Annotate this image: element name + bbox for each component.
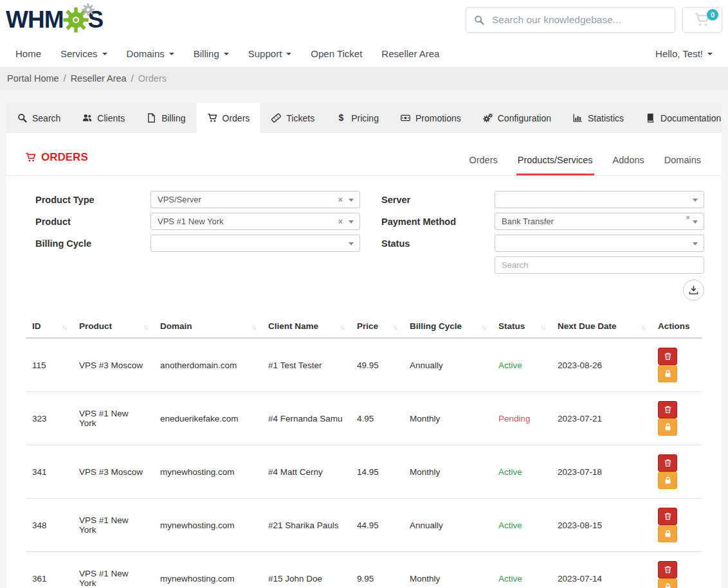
sort-icon[interactable]: ↑↓ bbox=[143, 323, 148, 331]
subtab-addons[interactable]: Addons bbox=[612, 155, 646, 175]
cell-domain: mynewhosting.com bbox=[154, 552, 262, 588]
delete-button[interactable] bbox=[658, 454, 677, 472]
filter-label: Product Type bbox=[35, 195, 150, 205]
tab-statistics[interactable]: Statistics bbox=[562, 103, 635, 133]
chevron-down-icon bbox=[349, 242, 354, 245]
breadcrumb: Portal Home/Reseller Area/Orders bbox=[0, 67, 728, 90]
account-menu[interactable]: Hello, Test! bbox=[646, 43, 722, 64]
lock-button[interactable] bbox=[658, 418, 677, 436]
file-icon bbox=[147, 113, 156, 123]
filter-select-product[interactable]: VPS #1 New York × bbox=[150, 213, 360, 230]
order-row: 323 VPS #1 New York eneduerikefake.com #… bbox=[26, 392, 702, 445]
cell-product: VPS #1 New York bbox=[73, 392, 154, 445]
cell-billing-cycle: Monthly bbox=[403, 445, 492, 499]
delete-button[interactable] bbox=[658, 401, 677, 418]
sort-icon[interactable]: ↑↓ bbox=[340, 323, 345, 331]
nav-item-open-ticket[interactable]: Open Ticket bbox=[301, 43, 372, 64]
sort-icon[interactable]: ↑↓ bbox=[251, 323, 256, 331]
column-header-id[interactable]: ID↑↓ bbox=[26, 317, 73, 338]
clear-icon[interactable]: × bbox=[338, 217, 343, 226]
sort-icon[interactable]: ↑↓ bbox=[541, 323, 545, 331]
cell-billing-cycle: Annually bbox=[403, 499, 492, 552]
filter-select-product-type[interactable]: VPS/Server × bbox=[150, 191, 360, 208]
ticket-icon bbox=[271, 113, 281, 123]
filter-select-status[interactable]: × bbox=[495, 235, 704, 252]
filter-select-billing-cycle[interactable]: × bbox=[150, 235, 360, 252]
column-header-price[interactable]: Price↑↓ bbox=[350, 317, 403, 338]
sort-icon[interactable]: ↑↓ bbox=[393, 323, 397, 331]
subtab-domains[interactable]: Domains bbox=[663, 155, 702, 175]
table-search-input[interactable] bbox=[495, 256, 704, 274]
nav-item-billing[interactable]: Billing bbox=[184, 43, 239, 64]
subtab-orders[interactable]: Orders bbox=[468, 155, 498, 175]
tab-clients[interactable]: Clients bbox=[71, 103, 136, 133]
gears-icon bbox=[483, 113, 493, 123]
sort-icon[interactable]: ↑↓ bbox=[62, 323, 67, 331]
breadcrumb-portal-home[interactable]: Portal Home bbox=[7, 73, 59, 84]
cell-price: 9.95 bbox=[350, 552, 403, 588]
filters: Product Type VPS/Server × Product VPS #1… bbox=[6, 176, 722, 301]
lock-button[interactable] bbox=[658, 525, 677, 542]
tab-search[interactable]: Search bbox=[6, 103, 71, 133]
tab-billing[interactable]: Billing bbox=[136, 103, 196, 133]
lock-button[interactable] bbox=[658, 578, 677, 588]
cell-price: 49.95 bbox=[350, 338, 403, 392]
column-header-actions[interactable]: Actions↑↓ bbox=[651, 317, 702, 338]
cell-id: 323 bbox=[26, 392, 73, 445]
cell-client-name: #1 Test Tester bbox=[262, 338, 350, 392]
tab-orders[interactable]: Orders bbox=[197, 103, 261, 133]
filter-selected-value: VPS/Server bbox=[158, 195, 201, 204]
chevron-down-icon bbox=[224, 53, 229, 55]
column-header-next-due-date[interactable]: Next Due Date↑↓ bbox=[551, 317, 651, 338]
cell-price: 44.95 bbox=[350, 499, 403, 552]
chevron-down-icon bbox=[349, 220, 354, 224]
column-header-product[interactable]: Product↑↓ bbox=[73, 317, 154, 338]
subtab-products-services[interactable]: Products/Services bbox=[516, 155, 594, 175]
lock-button[interactable] bbox=[658, 365, 677, 382]
chevron-down-icon bbox=[693, 220, 698, 224]
delete-button[interactable] bbox=[658, 561, 677, 578]
cell-id: 361 bbox=[26, 552, 73, 588]
lock-icon bbox=[664, 583, 672, 588]
whmcs-logo[interactable]: WHM S bbox=[6, 6, 103, 33]
order-row: 361 VPS #1 New York mynewhosting.com #15… bbox=[26, 552, 702, 588]
clear-icon[interactable]: × bbox=[338, 195, 343, 204]
tab-tickets[interactable]: Tickets bbox=[260, 103, 325, 133]
lock-button[interactable] bbox=[658, 472, 677, 489]
column-header-billing-cycle[interactable]: Billing Cycle↑↓ bbox=[403, 317, 492, 338]
filter-select-payment-method[interactable]: Bank Transfer × bbox=[495, 213, 704, 230]
tab-promotions[interactable]: Promotions bbox=[390, 103, 472, 133]
column-header-status[interactable]: Status↑↓ bbox=[492, 317, 551, 338]
panel-head: ORDERS Orders Products/Services Addons D… bbox=[6, 133, 722, 176]
delete-button[interactable] bbox=[658, 348, 677, 365]
column-header-client-name[interactable]: Client Name↑↓ bbox=[262, 317, 350, 338]
knowledgebase-search-input[interactable] bbox=[491, 13, 667, 26]
tab-configuration[interactable]: Configuration bbox=[472, 103, 562, 133]
nav-item-home[interactable]: Home bbox=[6, 43, 51, 64]
cart-count-badge: 0 bbox=[707, 9, 718, 21]
nav-item-support[interactable]: Support bbox=[239, 43, 302, 64]
cell-product: VPS #3 Moscow bbox=[73, 445, 154, 499]
dollar-icon bbox=[336, 113, 346, 123]
column-header-domain[interactable]: Domain↑↓ bbox=[154, 317, 262, 338]
filter-row: Status × bbox=[381, 235, 704, 252]
filter-select-server[interactable]: × bbox=[495, 191, 704, 208]
cell-id: 115 bbox=[26, 338, 73, 392]
breadcrumb-reseller-area[interactable]: Reseller Area bbox=[71, 73, 127, 84]
export-download-button[interactable] bbox=[683, 280, 704, 301]
chevron-down-icon bbox=[286, 53, 291, 55]
nav-item-domains[interactable]: Domains bbox=[117, 43, 184, 64]
nav-item-label: Billing bbox=[194, 48, 219, 59]
clear-icon[interactable]: × bbox=[686, 214, 690, 221]
sort-icon[interactable]: ↑↓ bbox=[482, 323, 486, 331]
tab-documentation[interactable]: Documentation bbox=[635, 103, 728, 133]
nav-item-services[interactable]: Services bbox=[51, 43, 117, 64]
sort-icon[interactable]: ↑↓ bbox=[641, 323, 646, 331]
chevron-down-icon bbox=[102, 53, 107, 55]
cell-actions bbox=[651, 552, 702, 588]
nav-item-label: Services bbox=[60, 48, 98, 59]
delete-button[interactable] bbox=[658, 508, 677, 525]
cart-button[interactable]: 0 bbox=[682, 7, 722, 33]
tab-pricing[interactable]: Pricing bbox=[325, 103, 390, 133]
nav-item-reseller-area[interactable]: Reseller Area bbox=[372, 43, 449, 64]
